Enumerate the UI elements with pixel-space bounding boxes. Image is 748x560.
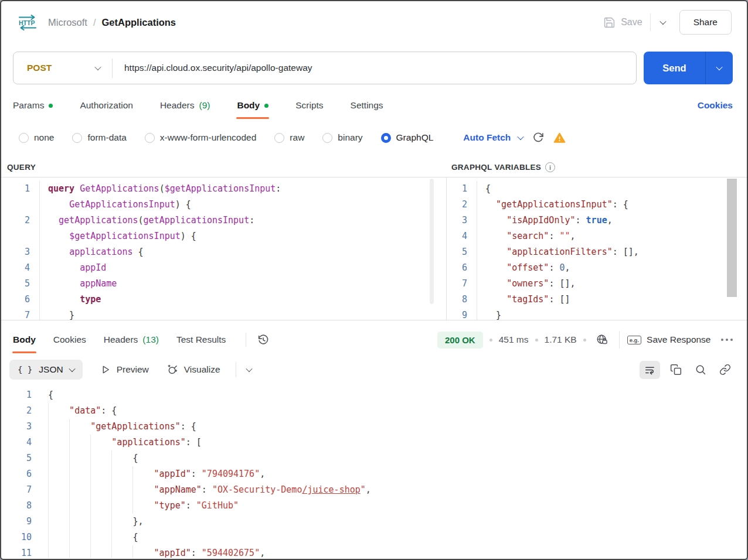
- divider: [650, 13, 651, 31]
- send-options-button[interactable]: [706, 52, 733, 84]
- schema-warning-button[interactable]: [553, 132, 566, 144]
- app-window: HTTP Microsoft / GetApplications Save Sh…: [0, 0, 748, 560]
- line-number: 11: [1, 545, 40, 558]
- headers-count: (9): [199, 100, 210, 111]
- tab-headers[interactable]: Headers (9): [160, 92, 210, 119]
- scrollbar[interactable]: [727, 179, 737, 297]
- code-line: 3"getApplications": {: [1, 419, 747, 435]
- save-options-chevron-icon[interactable]: [659, 18, 666, 25]
- radio-x-www-form-urlencoded[interactable]: x-www-form-urlencoded: [145, 132, 257, 143]
- line-number: 7: [1, 482, 40, 498]
- response-tab-test-results[interactable]: Test Results: [176, 326, 226, 353]
- tab-scripts[interactable]: Scripts: [295, 92, 323, 119]
- variables-editor[interactable]: 1{2 "getApplicationsInput": {3 "isAppIdO…: [447, 177, 747, 320]
- response-tab-cookies[interactable]: Cookies: [53, 326, 86, 353]
- method-selector[interactable]: POST: [13, 63, 112, 73]
- breadcrumb-collection[interactable]: Microsoft: [48, 17, 87, 28]
- green-dot-icon: [264, 104, 268, 108]
- wrap-text-button[interactable]: [640, 361, 660, 379]
- auto-fetch-button[interactable]: Auto Fetch: [463, 132, 523, 143]
- indent-guide: [132, 482, 154, 498]
- line-number: 1: [1, 387, 40, 403]
- indent-guide: [69, 419, 90, 435]
- code-line: 10{: [1, 530, 747, 545]
- line-number: 2: [1, 213, 40, 228]
- indent-guide: [90, 498, 111, 514]
- copy-button[interactable]: [667, 360, 685, 379]
- tab-settings[interactable]: Settings: [351, 92, 383, 119]
- response-time[interactable]: 451 ms: [499, 334, 529, 345]
- tab-authorization[interactable]: Authorization: [80, 92, 132, 119]
- cookies-link[interactable]: Cookies: [698, 100, 733, 111]
- response-size[interactable]: 1.71 KB: [545, 334, 577, 345]
- radio-form-data[interactable]: form-data: [72, 132, 126, 143]
- status-badge[interactable]: 200 OK: [437, 332, 483, 349]
- response-tab-headers[interactable]: Headers (13): [104, 326, 159, 353]
- tab-label: Headers: [104, 334, 138, 345]
- radio-label: x-www-form-urlencoded: [160, 132, 257, 143]
- query-editor[interactable]: 1query GetApplications($getApplicationsI…: [1, 177, 447, 320]
- indent-guide: [111, 482, 132, 498]
- indent-guide: [90, 435, 111, 450]
- history-icon: [257, 333, 270, 346]
- code-line: 6"appId": "794094176",: [1, 466, 747, 482]
- response-format-dropdown[interactable]: { } JSON: [9, 360, 83, 380]
- example-icon: e.g.: [627, 336, 641, 344]
- link-button[interactable]: [716, 360, 734, 379]
- refresh-schema-button[interactable]: [532, 132, 544, 144]
- tab-params[interactable]: Params: [13, 92, 53, 119]
- indent-guide: [48, 530, 69, 545]
- code-line: 4 appId: [1, 260, 446, 276]
- scrollbar[interactable]: [430, 179, 434, 304]
- url-input[interactable]: https://api.cloud.ox.security/api/apollo…: [113, 63, 312, 73]
- search-button[interactable]: [692, 360, 709, 379]
- visualize-button[interactable]: Visualize: [166, 364, 220, 375]
- braces-icon: { }: [18, 365, 32, 374]
- line-number: 2: [1, 403, 40, 419]
- line-number: 7: [447, 276, 477, 292]
- indent-guide: [69, 450, 90, 466]
- body-mode-row: none form-data x-www-form-urlencoded raw…: [19, 127, 733, 149]
- info-icon[interactable]: i: [545, 162, 555, 172]
- preview-button[interactable]: Preview: [100, 364, 149, 375]
- code-line: 7 "owners": [],: [447, 276, 747, 292]
- save-button[interactable]: Save: [603, 16, 642, 29]
- network-info-button[interactable]: [593, 330, 611, 350]
- more-views-chevron-icon[interactable]: [246, 366, 252, 372]
- refresh-icon: [532, 132, 544, 144]
- tab-label: Body: [237, 100, 260, 111]
- radio-binary[interactable]: binary: [322, 132, 362, 143]
- send-button[interactable]: Send: [644, 52, 705, 84]
- radio-label: none: [34, 132, 54, 143]
- indent-guide: [90, 530, 111, 545]
- response-body-editor[interactable]: 1{2"data": {3"getApplications": {4"appli…: [1, 381, 747, 558]
- code-line: 4"applications": [: [1, 435, 747, 450]
- radio-none[interactable]: none: [19, 132, 54, 143]
- svg-text:HTTP: HTTP: [19, 19, 35, 26]
- breadcrumb-request-name[interactable]: GetApplications: [102, 17, 176, 28]
- code-line: GetApplicationsInput) {: [1, 197, 446, 213]
- code-line: 6 "offset": 0,: [447, 260, 747, 276]
- indent-guide: [111, 530, 132, 545]
- indent-guide: [48, 403, 69, 419]
- indent-guide: [48, 514, 69, 530]
- line-number: 9: [447, 308, 477, 320]
- variables-panel-title: GRAPHQL VARIABLES: [451, 163, 541, 172]
- response-history-button[interactable]: [257, 333, 270, 346]
- format-label: JSON: [39, 364, 63, 375]
- save-response-button[interactable]: e.g. Save Response: [627, 334, 711, 345]
- radio-label: binary: [338, 132, 362, 143]
- share-button[interactable]: Share: [679, 10, 732, 35]
- code-line: $getApplicationsInput) {: [1, 228, 446, 244]
- code-line: 5{: [1, 450, 747, 466]
- more-options-icon[interactable]: [721, 339, 733, 342]
- http-request-icon: HTTP: [16, 13, 39, 31]
- code-line: 8 "tagIds": []: [447, 292, 747, 308]
- play-icon: [100, 364, 111, 375]
- tab-body[interactable]: Body: [237, 92, 268, 119]
- radio-graphql[interactable]: GraphQL: [381, 132, 434, 143]
- radio-raw[interactable]: raw: [274, 132, 304, 143]
- code-line: 4 "search": "",: [447, 228, 747, 244]
- response-tab-body[interactable]: Body: [13, 326, 36, 353]
- request-header: HTTP Microsoft / GetApplications Save Sh…: [1, 1, 747, 43]
